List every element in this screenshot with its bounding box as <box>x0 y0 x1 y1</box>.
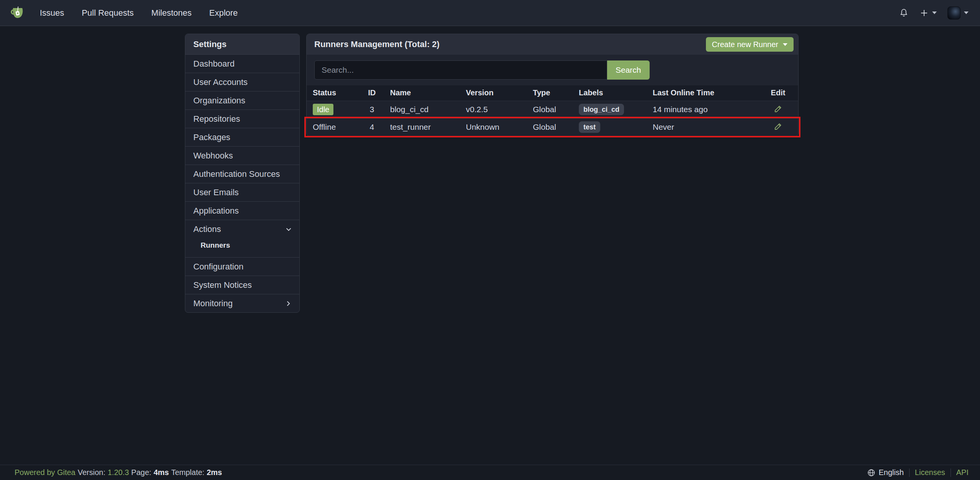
edit-runner-button[interactable] <box>773 104 783 115</box>
chevron-down-icon <box>285 225 292 233</box>
sidebar-item-packages[interactable]: Packages <box>185 128 299 146</box>
runner-name: test_runner <box>384 118 460 136</box>
navbar: Issues Pull Requests Milestones Explore <box>0 0 980 26</box>
sidebar-item-monitoring[interactable]: Monitoring <box>185 294 299 312</box>
sidebar-item-user-accounts[interactable]: User Accounts <box>185 73 299 91</box>
runner-last-online: 14 minutes ago <box>647 101 758 118</box>
pencil-icon <box>774 122 782 131</box>
sidebar-item-label: Monitoring <box>193 299 233 309</box>
runner-version: Unknown <box>460 118 527 136</box>
create-new-runner-button[interactable]: Create new Runner <box>706 37 794 52</box>
nav-link-explore[interactable]: Explore <box>209 8 238 18</box>
nav-link-pull-requests[interactable]: Pull Requests <box>82 8 134 18</box>
runners-panel: Runners Management (Total: 2) Create new… <box>306 34 799 136</box>
template-time: 2ms <box>207 468 222 477</box>
sidebar-item-actions[interactable]: Actions <box>185 220 299 238</box>
main-content: Runners Management (Total: 2) Create new… <box>306 34 799 136</box>
table-row-highlighted: Offline 4 test_runner Unknown Global tes… <box>307 118 799 136</box>
create-new-dropdown[interactable] <box>920 8 937 18</box>
search-input[interactable] <box>314 60 607 80</box>
divider <box>909 469 910 477</box>
api-link[interactable]: API <box>956 468 969 477</box>
footer-meta: Powered by Gitea Version: 1.20.3 Page: 4… <box>15 468 222 477</box>
caret-down-icon <box>964 11 969 14</box>
col-version: Version <box>460 85 527 101</box>
page-label: Page: <box>131 468 151 477</box>
globe-icon <box>867 469 875 477</box>
sidebar-item-webhooks[interactable]: Webhooks <box>185 146 299 165</box>
col-name: Name <box>384 85 460 101</box>
pencil-icon <box>774 104 782 113</box>
table-header-row: Status ID Name Version Type Labels Last … <box>307 85 799 101</box>
chevron-right-icon <box>285 300 292 307</box>
sidebar-item-authentication-sources[interactable]: Authentication Sources <box>185 165 299 183</box>
plus-icon <box>920 8 929 18</box>
col-edit: Edit <box>758 85 799 101</box>
version-link[interactable]: 1.20.3 <box>108 468 129 477</box>
runners-table: Status ID Name Version Type Labels Last … <box>307 85 799 136</box>
sidebar-item-dashboard[interactable]: Dashboard <box>185 54 299 73</box>
col-id: ID <box>360 85 384 101</box>
page-title: Runners Management (Total: 2) <box>314 39 439 49</box>
sidebar-item-label: Actions <box>193 224 221 234</box>
search-bar: Search <box>307 55 798 85</box>
nav-links: Issues Pull Requests Milestones Explore <box>40 8 238 18</box>
col-labels: Labels <box>573 85 647 101</box>
avatar <box>947 7 960 20</box>
language-selector[interactable]: English <box>867 468 904 477</box>
runner-type: Global <box>527 118 573 136</box>
page-time: 4ms <box>154 468 169 477</box>
table-row: Idle 3 blog_ci_cd v0.2.5 Global blog_ci_… <box>307 101 799 118</box>
runner-type: Global <box>527 101 573 118</box>
user-menu[interactable] <box>947 7 969 20</box>
footer-links: English Licenses API <box>867 468 969 477</box>
powered-by-gitea-link[interactable]: Powered by Gitea <box>15 468 75 477</box>
sidebar-item-repositories[interactable]: Repositories <box>185 109 299 128</box>
runner-id: 4 <box>360 118 384 136</box>
sidebar-item-applications[interactable]: Applications <box>185 201 299 220</box>
language-label: English <box>879 468 904 477</box>
runner-label-badge: blog_ci_cd <box>579 104 624 115</box>
create-new-runner-label: Create new Runner <box>712 40 778 49</box>
settings-sidebar: Settings Dashboard User Accounts Organiz… <box>185 34 300 313</box>
sidebar-item-system-notices[interactable]: System Notices <box>185 276 299 294</box>
edit-runner-button[interactable] <box>773 121 783 133</box>
navbar-right <box>899 7 969 20</box>
sidebar-title: Settings <box>185 34 299 54</box>
sidebar-item-user-emails[interactable]: User Emails <box>185 183 299 201</box>
runner-label-badge: test <box>579 121 600 133</box>
template-label: Template: <box>171 468 204 477</box>
nav-link-issues[interactable]: Issues <box>40 8 64 18</box>
status-badge: Idle <box>313 104 333 115</box>
panel-header: Runners Management (Total: 2) Create new… <box>307 34 798 55</box>
sidebar-item-runners[interactable]: Runners <box>185 238 299 253</box>
gitea-logo-icon[interactable] <box>9 6 25 20</box>
version-label: Version: <box>78 468 105 477</box>
col-type: Type <box>527 85 573 101</box>
nav-link-milestones[interactable]: Milestones <box>151 8 191 18</box>
sidebar-item-organizations[interactable]: Organizations <box>185 91 299 109</box>
runner-version: v0.2.5 <box>460 101 527 118</box>
col-last-online-time: Last Online Time <box>647 85 758 101</box>
caret-down-icon <box>932 11 937 14</box>
licenses-link[interactable]: Licenses <box>915 468 945 477</box>
status-text: Offline <box>307 118 360 136</box>
actions-submenu: Runners <box>185 238 299 257</box>
divider <box>951 469 951 477</box>
sidebar-item-configuration[interactable]: Configuration <box>185 257 299 276</box>
footer: Powered by Gitea Version: 1.20.3 Page: 4… <box>0 465 980 480</box>
search-button[interactable]: Search <box>607 60 650 80</box>
runner-name: blog_ci_cd <box>384 101 460 118</box>
col-status: Status <box>307 85 360 101</box>
bell-icon <box>899 8 909 18</box>
notifications-button[interactable] <box>899 8 909 18</box>
content-container: Settings Dashboard User Accounts Organiz… <box>185 34 799 313</box>
runner-last-online: Never <box>647 118 758 136</box>
caret-down-icon <box>783 43 787 46</box>
runner-id: 3 <box>360 101 384 118</box>
